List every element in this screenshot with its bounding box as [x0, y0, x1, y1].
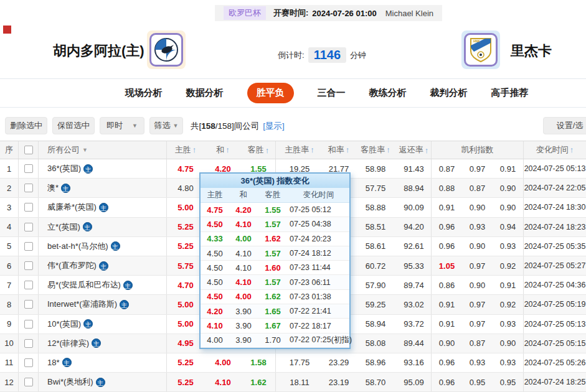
home-odds[interactable]: 5.25: [167, 241, 204, 251]
kelly-value: 0.95: [470, 378, 485, 387]
popup-history-row: 4.504.101.5707-23 06:11: [201, 275, 349, 289]
tab-data-analysis[interactable]: 数据分析: [186, 87, 224, 99]
draw-odds[interactable]: 4.00: [204, 358, 242, 367]
company-name[interactable]: 36*(英国): [47, 163, 81, 174]
popup-draw-value: 3.90: [235, 335, 251, 345]
filter-dropdown[interactable]: 筛选 ▼: [149, 117, 183, 134]
odds-time-dropdown[interactable]: 即时 ▼: [100, 117, 144, 134]
col-home-rate[interactable]: 主胜率↑: [276, 144, 323, 156]
company-cell[interactable]: 立*(英国)主: [39, 218, 167, 236]
col-company[interactable]: 所有公司 ▼: [39, 141, 167, 159]
change-time: 2024-07-25 05:15: [524, 339, 586, 348]
row-checkbox[interactable]: [24, 281, 33, 289]
home-odds[interactable]: 5.00: [167, 203, 204, 212]
company-cell[interactable]: 18*主: [39, 353, 167, 372]
kelly-3: 0.91: [493, 159, 524, 178]
tab-referee-analysis[interactable]: 裁判分析: [430, 87, 468, 99]
col-draw-rate[interactable]: 和率↑: [323, 144, 354, 156]
kelly-value: 0.97: [470, 261, 485, 271]
company-name[interactable]: 立*(英国): [47, 222, 80, 233]
col-draw-odds[interactable]: 和↑: [204, 144, 242, 156]
show-link[interactable]: [显示]: [263, 121, 285, 131]
company-cell[interactable]: 10*(英国)主: [39, 315, 167, 334]
company-name[interactable]: 威廉希*(英国): [47, 202, 97, 213]
kelly-1: 0.91: [432, 319, 462, 329]
kelly-2: 0.97: [462, 300, 493, 309]
row-checkbox[interactable]: [24, 242, 33, 251]
row-checkbox[interactable]: [24, 339, 33, 348]
row-checkbox-cell: [19, 315, 39, 334]
company-name[interactable]: 18*: [47, 358, 60, 367]
draw-odds[interactable]: 4.10: [204, 378, 242, 387]
col-change-time[interactable]: 变化时间↑: [524, 144, 586, 156]
company-cell[interactable]: bet-at-h*(马尔他)主: [39, 237, 167, 256]
company-name[interactable]: 澳*: [47, 182, 59, 194]
tab-coach-analysis[interactable]: 教练分析: [369, 87, 407, 99]
home-odds[interactable]: 5.25: [167, 358, 204, 367]
home-odds[interactable]: 4.95: [167, 338, 204, 348]
row-checkbox[interactable]: [24, 300, 33, 309]
company-name[interactable]: Bwi*(奥地利): [47, 376, 93, 388]
col-away-odds[interactable]: 客胜↑: [242, 141, 276, 159]
away-odds[interactable]: 1.62: [242, 373, 276, 391]
company-name[interactable]: bet-at-h*(马尔他): [47, 241, 108, 252]
row-checkbox[interactable]: [24, 203, 33, 212]
row-checkbox[interactable]: [24, 378, 33, 386]
col-payout-rate[interactable]: 返还率↑: [397, 141, 432, 159]
company-cell[interactable]: 12*(菲律宾)主: [39, 334, 167, 353]
company-name[interactable]: Interwet*(塞浦路斯): [47, 299, 117, 310]
home-odds[interactable]: 4.75: [167, 164, 204, 174]
league-badge[interactable]: 欧罗巴杯: [224, 6, 266, 20]
home-odds[interactable]: 5.25: [167, 222, 204, 231]
row-checkbox-cell: [19, 353, 39, 372]
row-checkbox[interactable]: [24, 184, 33, 192]
row-checkbox[interactable]: [24, 164, 33, 173]
row-checkbox[interactable]: [24, 358, 33, 367]
company-name[interactable]: 10*(英国): [47, 319, 81, 330]
select-all-checkbox[interactable]: [24, 146, 33, 154]
company-cell[interactable]: 易*(安提瓜和巴布达)主: [39, 276, 167, 294]
company-cell[interactable]: 伟*(直布罗陀)主: [39, 256, 167, 275]
home-odds[interactable]: 4.80: [167, 184, 204, 193]
company-cell[interactable]: Bwi*(奥地利)主: [39, 373, 167, 391]
away-rate: 58.08: [354, 338, 397, 348]
delete-selected-button[interactable]: 删除选中: [5, 117, 47, 134]
change-time: 2024-07-25 05:13: [524, 320, 586, 329]
away-odds[interactable]: 1.58: [242, 353, 276, 372]
row-checkbox[interactable]: [24, 223, 33, 231]
home-odds[interactable]: 5.00: [167, 319, 204, 329]
home-team-crest-icon: [147, 30, 186, 69]
company-cell[interactable]: Interwet*(塞浦路斯)主: [39, 295, 167, 314]
company-cell[interactable]: 威廉希*(英国)主: [39, 198, 167, 217]
row-checkbox-cell: [19, 179, 39, 197]
settings-button[interactable]: 设置/选: [543, 117, 586, 134]
change-time: 2024-07-24 18:23: [524, 223, 586, 231]
page: 欧罗巴杯 开赛时间: 2024-07-26 01:00 Michael Klei…: [0, 0, 586, 392]
row-checkbox[interactable]: [24, 261, 33, 270]
tab-live-analysis[interactable]: 现场分析: [125, 87, 163, 99]
away-rate: 58.70: [354, 378, 397, 387]
away-rate: 57.90: [354, 281, 397, 290]
change-time: 2024-07-24 22:05: [524, 184, 586, 192]
keep-selected-button[interactable]: 保留选中: [52, 117, 95, 134]
home-odds[interactable]: 5.75: [167, 261, 204, 271]
popup-change-time: 07-22 07:25(初指): [288, 335, 352, 345]
kelly-value: 0.91: [500, 164, 516, 174]
company-name[interactable]: 伟*(直布罗陀): [47, 260, 97, 271]
tab-three-in-one[interactable]: 三合一: [318, 87, 346, 99]
row-checkbox[interactable]: [24, 320, 33, 329]
col-home-odds[interactable]: 主胜↑: [167, 144, 204, 156]
company-cell[interactable]: 澳*主: [39, 179, 167, 197]
countdown-unit: 分钟: [350, 50, 366, 61]
company-cell[interactable]: 36*(英国)主: [39, 159, 167, 178]
company-name[interactable]: 12*(菲律宾): [47, 338, 89, 349]
col-away-rate[interactable]: 客胜率↑: [354, 144, 397, 156]
tab-expert-recommend[interactable]: 高手推荐: [491, 87, 529, 99]
home-odds[interactable]: 5.00: [167, 300, 204, 309]
tab-win-draw-lose[interactable]: 胜平负: [247, 83, 294, 103]
away-crest-emblem-icon: HNK: [469, 37, 493, 63]
home-odds[interactable]: 4.70: [167, 281, 204, 290]
company-name[interactable]: 易*(安提瓜和巴布达): [47, 279, 121, 291]
home-odds[interactable]: 5.25: [167, 378, 204, 387]
payout-rate: 95.09: [397, 373, 432, 391]
